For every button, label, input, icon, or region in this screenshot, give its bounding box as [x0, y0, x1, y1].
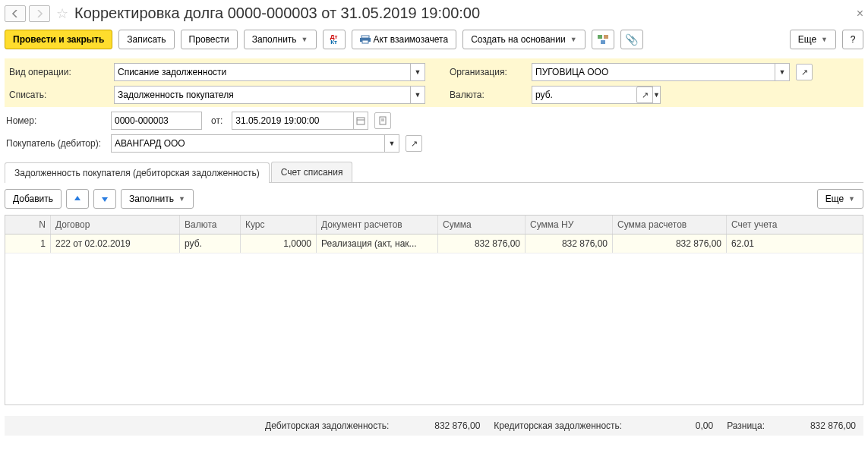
svg-rect-5	[601, 40, 605, 44]
chevron-down-icon: ▼	[821, 36, 828, 43]
netting-act-button[interactable]: Акт взаимозачета	[352, 30, 457, 49]
th-doc[interactable]: Документ расчетов	[317, 216, 438, 234]
cell-account: 62.01	[727, 234, 848, 253]
chevron-down-icon: ▼	[779, 68, 786, 76]
cell-sum: 832 876,00	[438, 234, 526, 253]
arrow-right-icon	[36, 10, 43, 17]
date-from-label: от:	[211, 115, 223, 126]
debit-value: 832 876,00	[412, 420, 480, 431]
more-button[interactable]: Еще ▼	[790, 30, 836, 49]
credit-value: 0,00	[645, 420, 713, 431]
chevron-down-icon: ▼	[178, 195, 185, 203]
table-empty-area[interactable]	[5, 253, 863, 404]
svg-rect-3	[598, 35, 602, 39]
add-row-button[interactable]: Добавить	[5, 189, 62, 209]
diff-label: Разница:	[727, 420, 765, 431]
currency-dropdown[interactable]: ▼	[652, 86, 661, 104]
table-row[interactable]: 1 222 от 02.02.2019 руб. 1,0000 Реализац…	[5, 234, 863, 253]
move-up-button[interactable]	[66, 189, 89, 209]
date-aux-button[interactable]	[374, 112, 391, 129]
sub-fill-button[interactable]: Заполнить ▼	[121, 189, 194, 209]
cell-currency: руб.	[180, 234, 241, 253]
th-sumcalc[interactable]: Сумма расчетов	[613, 216, 727, 234]
chevron-down-icon: ▼	[415, 68, 421, 76]
buyer-open-button[interactable]: ↗	[406, 135, 422, 152]
chevron-down-icon: ▼	[848, 195, 855, 203]
th-rate[interactable]: Курс	[241, 216, 317, 234]
svg-rect-2	[362, 40, 368, 43]
netting-act-label: Акт взаимозачета	[374, 34, 449, 45]
cell-sumcalc: 832 876,00	[613, 234, 727, 253]
tab-writeoff-account[interactable]: Счет списания	[271, 162, 353, 182]
buyer-field[interactable]: ▼	[111, 134, 399, 153]
organization-open-button[interactable]: ↗	[796, 64, 813, 80]
close-button[interactable]: ×	[857, 7, 863, 20]
move-down-button[interactable]	[93, 189, 116, 209]
summary-bar: Дебиторская задолженность: 832 876,00 Кр…	[5, 416, 863, 436]
th-sumnu[interactable]: Сумма НУ	[526, 216, 613, 234]
fill-button-label: Заполнить	[252, 34, 297, 45]
writeoff-input[interactable]	[114, 86, 410, 104]
writeoff-field[interactable]: ▼	[114, 86, 425, 104]
attach-button[interactable]: 📎	[620, 30, 643, 49]
writeoff-dropdown[interactable]: ▼	[410, 86, 425, 104]
open-icon: ↗	[801, 68, 808, 77]
cell-n: 1	[5, 234, 51, 253]
fill-button[interactable]: Заполнить ▼	[244, 30, 317, 49]
printer-icon	[360, 35, 371, 44]
operation-type-field[interactable]: ▼	[114, 63, 425, 81]
th-account[interactable]: Счет учета	[727, 216, 848, 234]
structure-button[interactable]	[592, 30, 614, 49]
sub-more-button[interactable]: Еще ▼	[817, 189, 863, 209]
open-icon: ↗	[411, 139, 418, 149]
th-contract[interactable]: Договор	[51, 216, 180, 234]
help-button[interactable]: ?	[842, 30, 863, 49]
post-and-close-button[interactable]: Провести и закрыть	[5, 30, 112, 49]
create-based-button[interactable]: Создать на основании ▼	[462, 30, 585, 49]
operation-type-dropdown[interactable]: ▼	[410, 63, 425, 81]
currency-open-button[interactable]: ↗	[636, 87, 653, 103]
currency-field[interactable]: ▼	[532, 86, 630, 104]
debt-table: N Договор Валюта Курс Документ расчетов …	[5, 215, 863, 405]
create-based-label: Создать на основании	[471, 34, 566, 45]
save-button[interactable]: Записать	[118, 30, 174, 49]
calendar-icon	[356, 116, 365, 125]
svg-rect-4	[604, 35, 608, 39]
chevron-down-icon: ▼	[653, 91, 660, 99]
cell-rate: 1,0000	[241, 234, 317, 253]
operation-type-input[interactable]	[114, 63, 410, 81]
post-button[interactable]: Провести	[181, 30, 238, 49]
th-sum[interactable]: Сумма	[438, 216, 526, 234]
sub-more-label: Еще	[825, 194, 844, 204]
buyer-dropdown[interactable]: ▼	[384, 134, 399, 153]
favorite-star-icon[interactable]: ☆	[56, 5, 68, 22]
buyer-label: Покупатель (дебитор):	[5, 138, 111, 149]
paperclip-icon: 📎	[625, 33, 638, 46]
th-n[interactable]: N	[5, 216, 51, 234]
chevron-down-icon: ▼	[301, 36, 308, 43]
credit-label: Кредиторская задолженность:	[494, 420, 622, 431]
buyer-input[interactable]	[111, 134, 384, 153]
dtkt-button[interactable]: ДтКт	[323, 30, 346, 49]
date-input[interactable]	[232, 112, 353, 130]
organization-input[interactable]	[532, 63, 775, 81]
arrow-down-icon	[101, 195, 109, 203]
more-label: Еще	[798, 34, 816, 45]
chevron-down-icon: ▼	[570, 36, 577, 43]
tab-debt[interactable]: Задолженность покупателя (дебиторская за…	[5, 162, 270, 183]
organization-dropdown[interactable]: ▼	[775, 63, 790, 81]
nav-forward-button[interactable]	[29, 5, 50, 22]
number-label: Номер:	[5, 115, 111, 126]
dtkt-icon: ДтКт	[330, 34, 338, 45]
th-currency[interactable]: Валюта	[180, 216, 241, 234]
currency-input[interactable]	[532, 86, 652, 104]
number-input[interactable]	[111, 112, 202, 130]
nav-back-button[interactable]	[5, 5, 26, 22]
svg-rect-6	[357, 118, 365, 124]
arrow-up-icon	[74, 195, 81, 203]
writeoff-label: Списать:	[8, 90, 114, 100]
date-picker-button[interactable]	[353, 112, 368, 130]
cell-contract: 222 от 02.02.2019	[51, 234, 180, 253]
chevron-down-icon: ▼	[415, 91, 421, 99]
organization-field[interactable]: ▼	[532, 63, 790, 81]
